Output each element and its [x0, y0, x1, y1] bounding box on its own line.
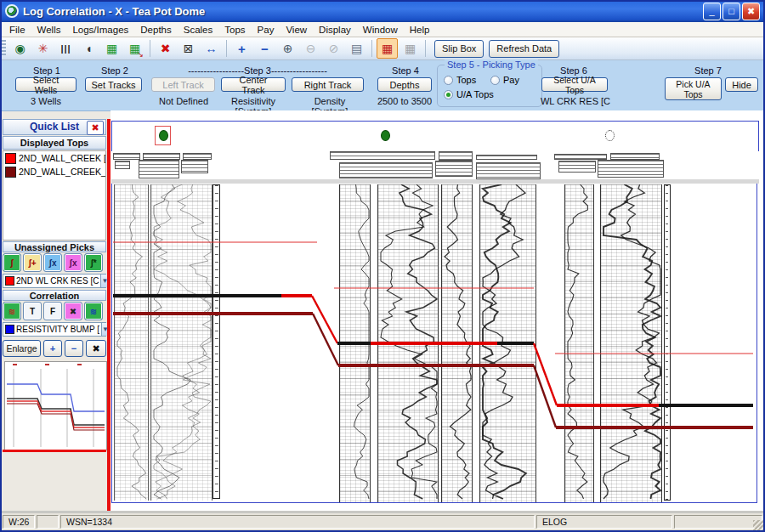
log-header-strip [111, 151, 759, 179]
top-color-chip [5, 153, 16, 164]
delete-picks-icon[interactable]: ✖ [155, 38, 176, 59]
decrease-icon[interactable]: − [254, 38, 275, 59]
menu-help[interactable]: Help [404, 24, 436, 36]
depths-button[interactable]: Depths [377, 77, 432, 92]
menu-scales[interactable]: Scales [178, 24, 219, 36]
single-track-icon[interactable]: ◖ [78, 38, 99, 59]
pick-ua-tops-button[interactable]: Pick U/A Tops [665, 77, 722, 100]
status-wsn: WSN=1334 [60, 515, 535, 529]
log-header-box [183, 153, 212, 160]
correlate-true-icon[interactable]: T [23, 302, 42, 320]
correlation-minimap[interactable] [4, 361, 107, 450]
toolbar: ◉✳|||◖▦▦↘✖⊠↔+−⊕⊖⊘▤▦▦ Slip Box Refresh Da… [0, 37, 765, 60]
step1-info: 3 Wells [17, 96, 75, 106]
radio-tops-dot [444, 76, 453, 85]
log-header-box [558, 161, 596, 173]
pick-erase-all-icon[interactable]: ʃx [64, 253, 82, 272]
minimap-graphic [5, 362, 106, 450]
log-header-box [115, 161, 130, 169]
right-track-button[interactable]: Right Track [292, 77, 364, 92]
toolbar-grip[interactable] [2, 40, 6, 57]
log-tracks-icon[interactable]: ||| [55, 38, 76, 59]
displayed-top-item[interactable]: 2ND_WALL_CREEK_BA [3, 165, 105, 178]
menu-bar: FileWellsLogs/ImagesDepthsScalesTopsPayV… [0, 22, 765, 37]
center-track-button[interactable]: Center Track [221, 77, 286, 92]
menu-wells[interactable]: Wells [31, 24, 67, 36]
displayed-tops-list[interactable]: 2ND_WALL_CREEK [PH2ND_WALL_CREEK_BA [3, 150, 106, 241]
hide-button[interactable]: Hide [725, 77, 758, 92]
menu-tops[interactable]: Tops [218, 24, 251, 36]
pick-create-plus-icon[interactable]: ʃ+ [23, 253, 42, 272]
well-scatter-icon[interactable]: ✳ [32, 38, 54, 59]
log-header-box [476, 155, 537, 160]
wells-overview-icon[interactable]: ◉ [9, 38, 31, 59]
image-icon[interactable]: ▤ [346, 38, 367, 59]
log-correlation-panel[interactable] [111, 184, 757, 503]
pick-snap-icon[interactable]: ʃ* [84, 253, 103, 272]
hatch-inactive-icon: ▦ [400, 38, 421, 59]
log-track-image [564, 184, 594, 502]
increase-icon[interactable]: + [231, 38, 252, 59]
picking-type-groupbox: Step 5 - Picking Type Tops Pay U/A Tops [437, 65, 542, 107]
quick-list-close-icon[interactable]: ✖ [87, 121, 104, 135]
zoom-in-icon[interactable]: ⊕ [277, 38, 298, 59]
radio-tops[interactable]: Tops [444, 75, 476, 85]
log-track-image [377, 184, 439, 502]
minimap-zoom-in-button[interactable]: + [43, 340, 62, 357]
well-marker-hollow[interactable] [605, 130, 615, 141]
status-well-count: W:26 [3, 515, 35, 529]
step5-label: Step 5 - Picking Type [445, 59, 538, 70]
well-marker-selected[interactable] [159, 130, 168, 141]
menu-file[interactable]: File [3, 24, 31, 36]
top-label: 2ND_WALL_CREEK [PH [19, 153, 106, 163]
enlarge-button[interactable]: Enlarge [3, 340, 41, 357]
pick-create-icon[interactable]: ʃ [3, 253, 21, 272]
minimize-button[interactable]: _ [703, 3, 721, 20]
correlate-false-icon[interactable]: F [43, 302, 62, 320]
menu-depths[interactable]: Depths [134, 24, 177, 36]
top-color-chip [5, 167, 16, 178]
grid-edit-icon[interactable]: ▦↘ [124, 38, 145, 59]
left-track-info: Not Defined [150, 96, 218, 106]
log-track-image [150, 184, 212, 501]
log-track-image [441, 184, 473, 502]
pick-color-chip [5, 276, 14, 286]
menu-window[interactable]: Window [357, 24, 404, 36]
menu-display[interactable]: Display [313, 24, 357, 36]
log-track-image [114, 184, 149, 501]
minimap-close-button[interactable]: ✖ [86, 340, 106, 357]
minimap-zoom-out-button[interactable]: − [65, 340, 83, 357]
unassigned-pick-dropdown[interactable]: 2ND WL CRK RES [C ▼ [3, 274, 106, 288]
radio-ua-tops[interactable]: U/A Tops [444, 89, 494, 99]
track-width-icon[interactable]: ↔ [201, 38, 222, 59]
resize-grip[interactable] [753, 520, 763, 530]
slip-box-button[interactable]: Slip Box [434, 40, 484, 58]
log-header-box [476, 162, 541, 179]
menu-view[interactable]: View [280, 24, 313, 36]
well-marker-filled[interactable] [381, 130, 390, 141]
log-header-box [113, 153, 140, 160]
correlate-delete-icon[interactable]: ✖ [64, 302, 82, 320]
menu-logs-images[interactable]: Logs/Images [66, 24, 134, 36]
menu-pay[interactable]: Pay [252, 24, 280, 36]
delete-box-icon[interactable]: ⊠ [178, 38, 199, 59]
correlate-auto-icon[interactable]: ≋ [84, 302, 103, 320]
well-marker-strip[interactable] [111, 121, 759, 153]
step7-label: Step 7 [678, 65, 738, 76]
displayed-tops-header: Displayed Tops [3, 136, 106, 150]
correlate-lines-icon[interactable]: ≋ [3, 302, 21, 320]
pick-erase-icon[interactable]: ʃx [43, 253, 62, 272]
radio-pay[interactable]: Pay [490, 75, 519, 85]
select-wells-button[interactable]: Select Wells [15, 77, 76, 92]
zoom-reset-icon: ⊘ [323, 38, 344, 59]
refresh-data-button[interactable]: Refresh Data [489, 40, 559, 58]
select-ua-tops-button[interactable]: Select U/A Tops [541, 77, 608, 92]
displayed-top-item[interactable]: 2ND_WALL_CREEK [PH [3, 151, 105, 165]
correlation-dropdown[interactable]: RESISTIVITY BUMP [ ▼ [3, 322, 106, 337]
hatch-active-icon[interactable]: ▦ [377, 38, 398, 59]
grid-tracks-icon[interactable]: ▦ [101, 38, 122, 59]
maximize-button[interactable]: □ [722, 3, 740, 20]
close-button[interactable]: ✖ [742, 3, 760, 20]
left-track-button[interactable]: Left Track [151, 77, 215, 92]
set-tracks-button[interactable]: Set Tracks [85, 77, 142, 92]
